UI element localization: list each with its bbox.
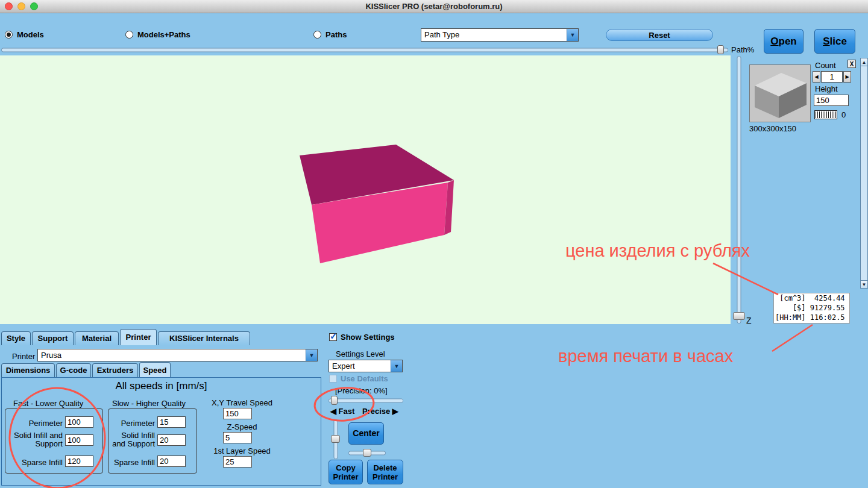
reset-button[interactable]: Reset [606, 29, 713, 41]
stats-cost-line: [$] 91279.55 [774, 303, 849, 313]
tab-kisslicer-internals[interactable]: KISSlicer Internals [158, 331, 250, 345]
open-button[interactable]: Open [764, 29, 804, 54]
count-label: Count [815, 61, 836, 70]
count-value-field[interactable] [821, 71, 843, 83]
kisslicer-window: KISSlicer PRO (setar@roboforum.ru) Model… [0, 0, 868, 488]
path-percent-label: Path% [731, 45, 754, 54]
scroll-up-button[interactable]: ▲ [860, 58, 868, 66]
window-titlebar[interactable]: KISSlicer PRO (setar@roboforum.ru) [0, 0, 868, 13]
settings-level-select[interactable]: Expert ▼ [329, 360, 403, 372]
z-speed-label: Z-Speed [204, 422, 280, 431]
first-layer-speed-input[interactable] [223, 456, 252, 468]
layer-count-label: 0 [841, 110, 846, 119]
slice-button[interactable]: Slice [814, 29, 855, 54]
radio-models-label: Models [17, 30, 44, 39]
annotation-arrow-time [772, 325, 813, 351]
printer-select-value: Prusa [38, 349, 306, 361]
center-button[interactable]: Center [348, 422, 384, 445]
precision-label: [Precision: 0%] [335, 386, 388, 395]
model-thumbnail-image [750, 65, 810, 122]
radio-circle-icon [313, 31, 321, 39]
show-settings-checkbox[interactable]: ✓ Show Settings [329, 333, 395, 342]
dropdown-arrow-icon[interactable]: ▼ [567, 29, 578, 41]
radio-paths[interactable]: Paths [313, 30, 347, 39]
perimeter-fast-input[interactable] [65, 416, 93, 428]
tab-dimensions[interactable]: Dimensions [1, 363, 55, 377]
use-defaults-checkbox[interactable]: Use Defaults [329, 374, 388, 383]
path-slider[interactable] [1, 45, 728, 54]
model-thumbnail[interactable] [749, 64, 811, 122]
checkbox-icon: ✓ [329, 333, 337, 341]
tab-gcode[interactable]: G-code [56, 363, 91, 377]
show-settings-label: Show Settings [341, 333, 395, 342]
barcode-icon [814, 110, 837, 119]
stats-box: [cm^3] 4254.44 [$] 91279.55 [HH:MM] 116:… [773, 293, 850, 324]
checkbox-icon [329, 375, 337, 383]
checkmark-icon: ✓ [330, 331, 338, 342]
use-defaults-label: Use Defaults [341, 374, 388, 383]
path-type-value: Path Type [421, 29, 567, 41]
z-speed-input[interactable] [223, 432, 252, 443]
z-slider-track[interactable] [737, 56, 741, 324]
sparse-infill-fast-label: Sparse Infill [6, 458, 63, 467]
z-slider-thumb[interactable] [733, 312, 745, 320]
radio-paths-label: Paths [326, 30, 347, 39]
tab-support[interactable]: Support [32, 331, 74, 345]
copy-printer-button[interactable]: Copy Printer [329, 460, 363, 484]
perimeter-slow-input[interactable] [157, 416, 186, 428]
printer-select[interactable]: Prusa ▼ [37, 349, 318, 361]
travel-speed-input[interactable] [223, 408, 252, 419]
close-panel-button[interactable]: X [848, 60, 856, 68]
z-axis-label: Z [746, 316, 752, 325]
radio-models[interactable]: Models [5, 30, 44, 39]
tab-printer[interactable]: Printer [120, 329, 157, 345]
precision-slider-track[interactable] [329, 398, 403, 402]
count-decrement-button[interactable]: ◀ [813, 71, 820, 83]
path-slider-track[interactable] [1, 48, 728, 52]
dropdown-arrow-icon[interactable]: ▼ [391, 360, 402, 372]
fast-direction-label: ◀ Fast [330, 407, 354, 416]
perimeter-slow-label: Perimeter [109, 419, 155, 428]
count-increment-button[interactable]: ▶ [843, 71, 851, 83]
travel-speed-label: X,Y Travel Speed [204, 398, 280, 407]
solid-infill-slow-input[interactable] [157, 434, 186, 446]
path-type-select[interactable]: Path Type ▼ [421, 28, 579, 42]
model-list-scrollbar[interactable] [860, 58, 868, 289]
center-horizontal-slider[interactable] [348, 449, 386, 457]
tab-speed[interactable]: Speed [139, 362, 171, 377]
dropdown-arrow-icon[interactable]: ▼ [306, 349, 317, 361]
height-input[interactable] [814, 95, 849, 106]
tab-style[interactable]: Style [1, 331, 31, 345]
sparse-infill-slow-input[interactable] [157, 455, 186, 467]
scroll-down-button[interactable]: ▼ [860, 280, 868, 289]
path-slider-thumb[interactable] [717, 45, 724, 54]
radio-circle-icon [5, 31, 13, 39]
right-arrow-icon: ▶ [845, 74, 849, 80]
precise-direction-label: Precise ▶ [362, 407, 398, 416]
sparse-infill-fast-input[interactable] [65, 455, 93, 467]
side-vertical-slider-thumb[interactable] [331, 435, 340, 443]
time-annotation: время печати в часах [558, 346, 733, 366]
solid-infill-fast-label: Solid Infill and Support [6, 431, 63, 448]
first-layer-speed-label: 1st Layer Speed [204, 446, 280, 455]
settings-level-label: Settings Level [336, 349, 385, 358]
printer-label: Printer [12, 352, 35, 361]
solid-infill-fast-input[interactable] [65, 434, 93, 446]
tab-material[interactable]: Material [75, 331, 119, 345]
model-3d-object[interactable] [0, 55, 731, 324]
precision-slider-thumb[interactable] [331, 396, 338, 405]
tab-extruders[interactable]: Extruders [92, 363, 138, 377]
perimeter-fast-label: Perimeter [6, 419, 63, 428]
z-slider[interactable] [733, 56, 745, 324]
side-vertical-slider[interactable] [331, 419, 340, 459]
delete-printer-button[interactable]: Delete Printer [367, 460, 403, 484]
speed-panel-title: All speeds in [mm/s] [1, 380, 321, 392]
precision-slider[interactable] [329, 396, 403, 405]
settings-level-value: Expert [329, 360, 391, 372]
center-horizontal-slider-thumb[interactable] [363, 449, 371, 457]
up-arrow-icon: ▲ [862, 60, 867, 65]
radio-circle-icon [125, 31, 133, 39]
radio-models-paths[interactable]: Models+Paths [125, 30, 190, 39]
height-label: Height [815, 84, 838, 93]
price-annotation: цена изделия с рублях [565, 241, 750, 261]
